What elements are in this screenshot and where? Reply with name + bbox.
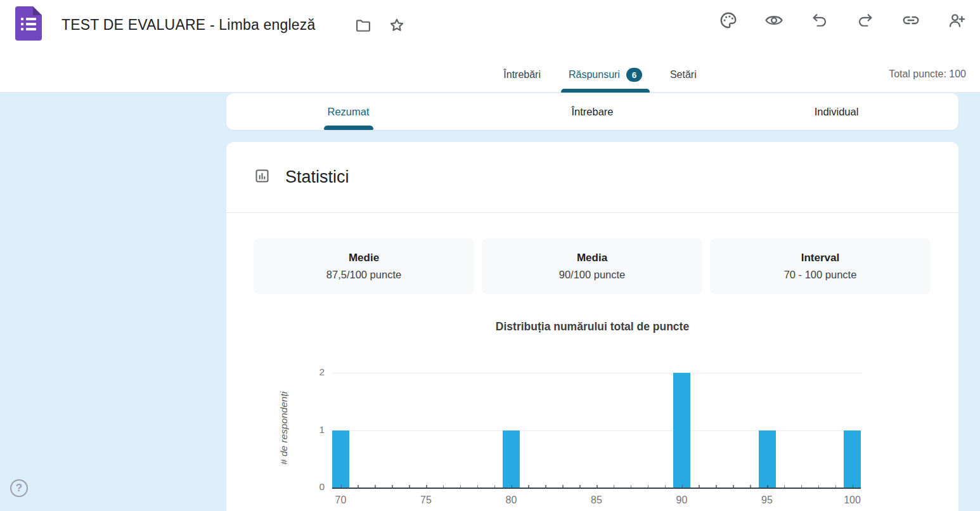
subtab-individual[interactable]: Individual (714, 93, 958, 130)
chart-y-ticks: 012 (294, 367, 325, 489)
axis-minor-tick (733, 485, 734, 488)
x-tick-label: 95 (748, 495, 786, 506)
chart-bar (332, 430, 349, 488)
stat-box-interval: Interval 70 - 100 puncte (710, 238, 931, 294)
responses-subtabs: Rezumat Întrebare Individual (226, 93, 958, 130)
axis-minor-tick (784, 485, 785, 488)
chart-bar (844, 430, 861, 488)
tab-setari[interactable]: Setări (667, 57, 699, 93)
help-icon[interactable]: ? (10, 479, 28, 497)
axis-minor-tick (443, 485, 444, 488)
chart-gridline (332, 430, 861, 431)
axis-minor-tick (750, 485, 751, 488)
tab-intrebari[interactable]: Întrebări (501, 57, 543, 93)
subtab-rezumat[interactable]: Rezumat (226, 93, 470, 130)
subtab-intrebare[interactable]: Întrebare (470, 93, 714, 130)
theme-palette-icon[interactable] (719, 11, 738, 30)
copy-link-icon[interactable] (901, 11, 920, 30)
axis-minor-tick (818, 485, 820, 488)
chart-bar (759, 430, 776, 488)
axis-minor-tick (835, 485, 837, 488)
axis-minor-tick (494, 485, 496, 488)
chart-bar (503, 430, 520, 488)
total-points-label: Total puncte: 100 (889, 68, 966, 80)
stat-box-media: Media 90/100 puncte (482, 238, 702, 294)
axis-minor-tick (682, 485, 683, 488)
axis-minor-tick (699, 485, 700, 488)
axis-minor-tick (801, 485, 803, 488)
axis-minor-tick (409, 485, 410, 488)
x-tick-label: 85 (577, 495, 616, 506)
axis-minor-tick (596, 485, 598, 488)
y-tick-label: 1 (294, 424, 325, 436)
undo-icon[interactable] (810, 11, 829, 30)
axis-minor-tick (853, 485, 854, 488)
chart-title: Distribuția numărului total de puncte (226, 320, 958, 333)
axis-minor-tick (358, 485, 359, 488)
chart-y-axis-label: # de respondenți (277, 367, 291, 489)
axis-minor-tick (648, 485, 649, 488)
stat-box-medie: Medie 87,5/100 puncte (254, 238, 474, 294)
axis-minor-tick (579, 485, 581, 488)
chart-bar (673, 373, 690, 488)
add-collaborator-icon[interactable] (947, 11, 966, 30)
move-to-folder-icon[interactable] (354, 16, 373, 35)
redo-icon[interactable] (856, 11, 875, 30)
header-toolbar (719, 11, 966, 30)
axis-minor-tick (631, 485, 632, 488)
axis-minor-tick (460, 485, 461, 488)
chart-gridline (332, 373, 861, 373)
summary-boxes: Medie 87,5/100 puncte Media 90/100 punct… (254, 238, 931, 294)
axis-minor-tick (512, 485, 513, 488)
axis-minor-tick (375, 485, 376, 488)
y-tick-label: 2 (294, 366, 325, 378)
preview-eye-icon[interactable] (764, 11, 783, 30)
main-tabs: Întrebări Răspunsuri 6 Setări (226, 57, 958, 93)
axis-minor-tick (477, 485, 479, 488)
logo-fold (33, 6, 42, 15)
responses-count-badge: 6 (626, 68, 642, 82)
axis-minor-tick (716, 485, 717, 488)
axis-minor-tick (767, 485, 768, 488)
axis-minor-tick (426, 485, 427, 488)
chart-x-ticks: 707580859095100 (332, 495, 861, 510)
tab-raspunsuri[interactable]: Răspunsuri 6 (566, 57, 645, 93)
star-icon[interactable] (387, 16, 406, 35)
active-subtab-underline (324, 126, 373, 130)
axis-minor-tick (614, 485, 615, 488)
axis-minor-tick (562, 485, 564, 488)
chart-plot-area (332, 367, 861, 489)
google-forms-logo-icon[interactable] (15, 6, 42, 41)
axis-minor-tick (545, 485, 546, 488)
title-row: TEST DE EVALUARE - Limba engleză (0, 0, 980, 57)
active-tab-underline (561, 89, 650, 93)
form-title[interactable]: TEST DE EVALUARE - Limba engleză (61, 16, 316, 34)
divider (226, 212, 958, 213)
axis-minor-tick (528, 485, 529, 488)
axis-minor-tick (341, 485, 342, 488)
app-header: TEST DE EVALUARE - Limba engleză (0, 0, 980, 93)
x-tick-label: 90 (663, 495, 701, 506)
bar-chart-icon (254, 167, 271, 187)
x-tick-label: 70 (322, 495, 360, 506)
axis-minor-tick (392, 485, 393, 488)
statistics-card: Statistici Medie 87,5/100 puncte Media 9… (226, 142, 958, 511)
x-tick-label: 100 (834, 495, 872, 506)
card-title: Statistici (285, 167, 349, 187)
x-tick-label: 75 (407, 495, 445, 506)
axis-minor-tick (665, 485, 666, 488)
x-tick-label: 80 (493, 495, 531, 506)
chart-x-axis-line (332, 488, 861, 489)
y-tick-label: 0 (294, 481, 325, 493)
